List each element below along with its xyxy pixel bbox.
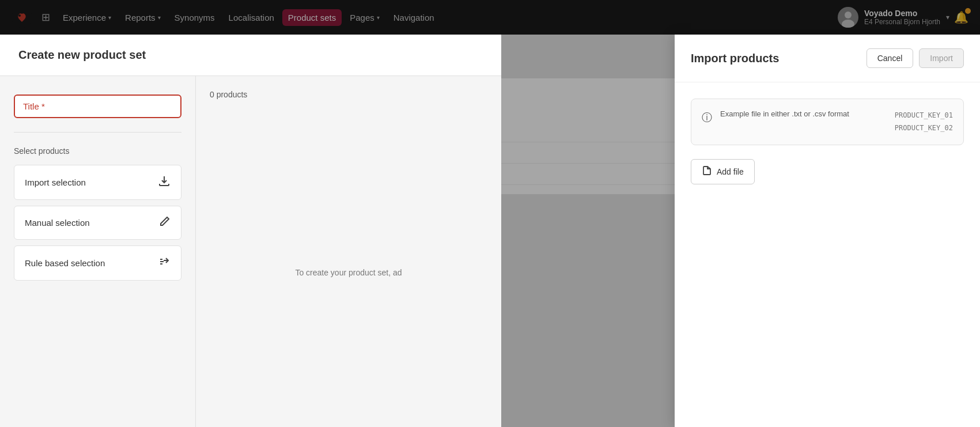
create-panel-right: 0 products To create your product set, a…: [196, 76, 501, 427]
file-icon: [702, 165, 712, 178]
title-input[interactable]: [14, 95, 181, 118]
example-line-2: PRODUCT_KEY_02: [895, 122, 953, 135]
import-modal-body: ⓘ Example file in either .txt or .csv fo…: [675, 82, 980, 427]
select-products-label: Select products: [14, 146, 181, 156]
rule-selection-option[interactable]: Rule based selection: [14, 245, 181, 281]
cancel-button[interactable]: Cancel: [867, 48, 914, 68]
add-file-label: Add file: [717, 167, 744, 176]
products-count: 0 products: [210, 90, 247, 99]
manual-selection-option[interactable]: Manual selection: [14, 206, 181, 240]
import-icon: [158, 175, 171, 190]
rules-icon: [158, 255, 171, 271]
create-panel-body: Select products Import selection Manual …: [0, 76, 501, 427]
add-file-button[interactable]: Add file: [691, 159, 755, 184]
panel-right-message: To create your product set, ad: [295, 268, 402, 277]
info-text: Example file in either .txt or .csv form…: [720, 109, 887, 118]
rule-selection-label: Rule based selection: [25, 258, 105, 268]
create-panel: Create new product set Select products I…: [0, 35, 501, 427]
import-selection-option[interactable]: Import selection: [14, 165, 181, 200]
create-panel-left: Select products Import selection Manual …: [0, 76, 196, 427]
manual-selection-label: Manual selection: [25, 218, 90, 228]
import-modal-actions: Cancel Import: [867, 48, 964, 68]
import-modal-title: Import products: [691, 52, 779, 65]
create-panel-title: Create new product set: [18, 48, 483, 62]
create-panel-header: Create new product set: [0, 35, 501, 76]
import-button[interactable]: Import: [919, 48, 964, 68]
import-modal: Import products Cancel Import ⓘ Example …: [675, 35, 980, 427]
import-selection-label: Import selection: [25, 177, 86, 187]
info-box: ⓘ Example file in either .txt or .csv fo…: [691, 99, 964, 145]
info-example: PRODUCT_KEY_01 PRODUCT_KEY_02: [895, 109, 953, 134]
example-line-1: PRODUCT_KEY_01: [895, 109, 953, 122]
divider: [14, 132, 181, 133]
pencil-icon: [159, 216, 171, 230]
import-modal-header: Import products Cancel Import: [675, 35, 980, 82]
info-icon: ⓘ: [702, 111, 712, 124]
